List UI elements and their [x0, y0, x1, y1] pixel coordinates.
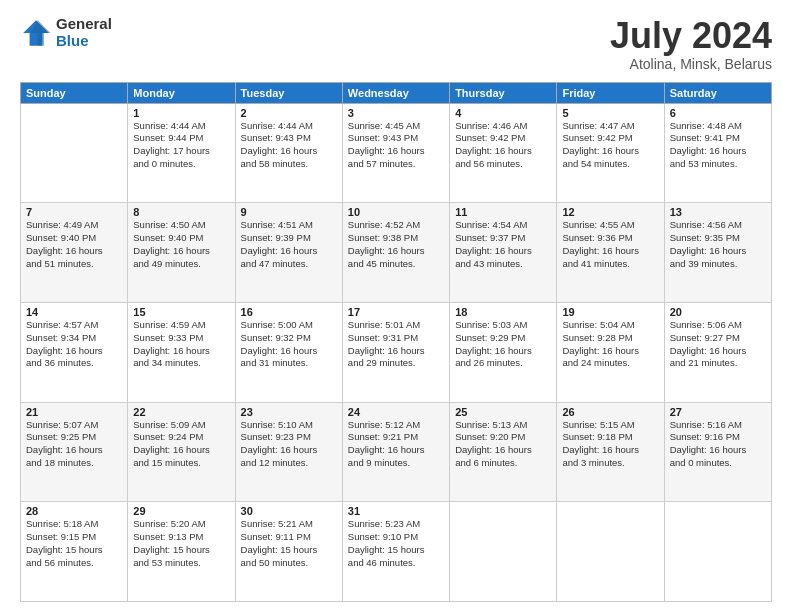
day-number: 5 — [562, 107, 658, 119]
table-row: 9Sunrise: 4:51 AM Sunset: 9:39 PM Daylig… — [235, 203, 342, 303]
table-row: 1Sunrise: 4:44 AM Sunset: 9:44 PM Daylig… — [128, 103, 235, 203]
calendar-table: Sunday Monday Tuesday Wednesday Thursday… — [20, 82, 772, 602]
day-number: 4 — [455, 107, 551, 119]
table-row: 24Sunrise: 5:12 AM Sunset: 9:21 PM Dayli… — [342, 402, 449, 502]
calendar-week-row: 28Sunrise: 5:18 AM Sunset: 9:15 PM Dayli… — [21, 502, 772, 602]
day-number: 1 — [133, 107, 229, 119]
table-row: 6Sunrise: 4:48 AM Sunset: 9:41 PM Daylig… — [664, 103, 771, 203]
col-thursday: Thursday — [450, 82, 557, 103]
day-number: 21 — [26, 406, 122, 418]
day-info: Sunrise: 4:45 AM Sunset: 9:43 PM Dayligh… — [348, 120, 444, 171]
table-row: 21Sunrise: 5:07 AM Sunset: 9:25 PM Dayli… — [21, 402, 128, 502]
table-row: 22Sunrise: 5:09 AM Sunset: 9:24 PM Dayli… — [128, 402, 235, 502]
day-info: Sunrise: 4:55 AM Sunset: 9:36 PM Dayligh… — [562, 219, 658, 270]
table-row: 27Sunrise: 5:16 AM Sunset: 9:16 PM Dayli… — [664, 402, 771, 502]
calendar-week-row: 21Sunrise: 5:07 AM Sunset: 9:25 PM Dayli… — [21, 402, 772, 502]
logo-blue-label: Blue — [56, 33, 112, 50]
calendar-week-row: 14Sunrise: 4:57 AM Sunset: 9:34 PM Dayli… — [21, 302, 772, 402]
day-number: 28 — [26, 505, 122, 517]
table-row: 17Sunrise: 5:01 AM Sunset: 9:31 PM Dayli… — [342, 302, 449, 402]
day-info: Sunrise: 5:01 AM Sunset: 9:31 PM Dayligh… — [348, 319, 444, 370]
day-info: Sunrise: 5:03 AM Sunset: 9:29 PM Dayligh… — [455, 319, 551, 370]
table-row: 23Sunrise: 5:10 AM Sunset: 9:23 PM Dayli… — [235, 402, 342, 502]
day-number: 24 — [348, 406, 444, 418]
table-row: 7Sunrise: 4:49 AM Sunset: 9:40 PM Daylig… — [21, 203, 128, 303]
day-number: 17 — [348, 306, 444, 318]
day-info: Sunrise: 4:54 AM Sunset: 9:37 PM Dayligh… — [455, 219, 551, 270]
page: General Blue July 2024 Atolina, Minsk, B… — [0, 0, 792, 612]
day-number: 13 — [670, 206, 766, 218]
day-info: Sunrise: 5:06 AM Sunset: 9:27 PM Dayligh… — [670, 319, 766, 370]
day-info: Sunrise: 5:04 AM Sunset: 9:28 PM Dayligh… — [562, 319, 658, 370]
day-info: Sunrise: 5:15 AM Sunset: 9:18 PM Dayligh… — [562, 419, 658, 470]
day-number: 26 — [562, 406, 658, 418]
table-row: 15Sunrise: 4:59 AM Sunset: 9:33 PM Dayli… — [128, 302, 235, 402]
day-info: Sunrise: 4:50 AM Sunset: 9:40 PM Dayligh… — [133, 219, 229, 270]
day-number: 23 — [241, 406, 337, 418]
logo-icon — [20, 17, 52, 49]
calendar-header-row: Sunday Monday Tuesday Wednesday Thursday… — [21, 82, 772, 103]
calendar-week-row: 7Sunrise: 4:49 AM Sunset: 9:40 PM Daylig… — [21, 203, 772, 303]
day-info: Sunrise: 5:10 AM Sunset: 9:23 PM Dayligh… — [241, 419, 337, 470]
day-info: Sunrise: 4:49 AM Sunset: 9:40 PM Dayligh… — [26, 219, 122, 270]
table-row: 20Sunrise: 5:06 AM Sunset: 9:27 PM Dayli… — [664, 302, 771, 402]
day-number: 11 — [455, 206, 551, 218]
table-row — [664, 502, 771, 602]
table-row: 26Sunrise: 5:15 AM Sunset: 9:18 PM Dayli… — [557, 402, 664, 502]
table-row: 2Sunrise: 4:44 AM Sunset: 9:43 PM Daylig… — [235, 103, 342, 203]
day-info: Sunrise: 5:20 AM Sunset: 9:13 PM Dayligh… — [133, 518, 229, 569]
table-row: 11Sunrise: 4:54 AM Sunset: 9:37 PM Dayli… — [450, 203, 557, 303]
day-number: 31 — [348, 505, 444, 517]
day-number: 18 — [455, 306, 551, 318]
col-friday: Friday — [557, 82, 664, 103]
table-row: 12Sunrise: 4:55 AM Sunset: 9:36 PM Dayli… — [557, 203, 664, 303]
day-number: 27 — [670, 406, 766, 418]
day-info: Sunrise: 4:59 AM Sunset: 9:33 PM Dayligh… — [133, 319, 229, 370]
day-info: Sunrise: 5:13 AM Sunset: 9:20 PM Dayligh… — [455, 419, 551, 470]
table-row: 25Sunrise: 5:13 AM Sunset: 9:20 PM Dayli… — [450, 402, 557, 502]
day-info: Sunrise: 5:00 AM Sunset: 9:32 PM Dayligh… — [241, 319, 337, 370]
table-row: 13Sunrise: 4:56 AM Sunset: 9:35 PM Dayli… — [664, 203, 771, 303]
logo-general-label: General — [56, 16, 112, 33]
day-number: 16 — [241, 306, 337, 318]
day-info: Sunrise: 4:48 AM Sunset: 9:41 PM Dayligh… — [670, 120, 766, 171]
col-sunday: Sunday — [21, 82, 128, 103]
day-info: Sunrise: 4:51 AM Sunset: 9:39 PM Dayligh… — [241, 219, 337, 270]
day-number: 12 — [562, 206, 658, 218]
day-number: 15 — [133, 306, 229, 318]
table-row: 16Sunrise: 5:00 AM Sunset: 9:32 PM Dayli… — [235, 302, 342, 402]
table-row: 5Sunrise: 4:47 AM Sunset: 9:42 PM Daylig… — [557, 103, 664, 203]
day-info: Sunrise: 5:09 AM Sunset: 9:24 PM Dayligh… — [133, 419, 229, 470]
table-row: 3Sunrise: 4:45 AM Sunset: 9:43 PM Daylig… — [342, 103, 449, 203]
day-info: Sunrise: 4:46 AM Sunset: 9:42 PM Dayligh… — [455, 120, 551, 171]
col-monday: Monday — [128, 82, 235, 103]
table-row: 30Sunrise: 5:21 AM Sunset: 9:11 PM Dayli… — [235, 502, 342, 602]
day-info: Sunrise: 5:16 AM Sunset: 9:16 PM Dayligh… — [670, 419, 766, 470]
day-number: 2 — [241, 107, 337, 119]
day-info: Sunrise: 4:47 AM Sunset: 9:42 PM Dayligh… — [562, 120, 658, 171]
logo: General Blue — [20, 16, 112, 49]
day-number: 20 — [670, 306, 766, 318]
day-number: 3 — [348, 107, 444, 119]
header: General Blue July 2024 Atolina, Minsk, B… — [20, 16, 772, 72]
title-block: July 2024 Atolina, Minsk, Belarus — [610, 16, 772, 72]
col-saturday: Saturday — [664, 82, 771, 103]
calendar-week-row: 1Sunrise: 4:44 AM Sunset: 9:44 PM Daylig… — [21, 103, 772, 203]
day-number: 25 — [455, 406, 551, 418]
day-number: 7 — [26, 206, 122, 218]
table-row — [557, 502, 664, 602]
day-number: 22 — [133, 406, 229, 418]
day-number: 10 — [348, 206, 444, 218]
table-row: 8Sunrise: 4:50 AM Sunset: 9:40 PM Daylig… — [128, 203, 235, 303]
day-info: Sunrise: 5:07 AM Sunset: 9:25 PM Dayligh… — [26, 419, 122, 470]
day-number: 30 — [241, 505, 337, 517]
day-number: 9 — [241, 206, 337, 218]
table-row — [21, 103, 128, 203]
day-number: 14 — [26, 306, 122, 318]
table-row: 18Sunrise: 5:03 AM Sunset: 9:29 PM Dayli… — [450, 302, 557, 402]
table-row — [450, 502, 557, 602]
day-number: 8 — [133, 206, 229, 218]
table-row: 14Sunrise: 4:57 AM Sunset: 9:34 PM Dayli… — [21, 302, 128, 402]
day-info: Sunrise: 5:18 AM Sunset: 9:15 PM Dayligh… — [26, 518, 122, 569]
day-info: Sunrise: 4:56 AM Sunset: 9:35 PM Dayligh… — [670, 219, 766, 270]
